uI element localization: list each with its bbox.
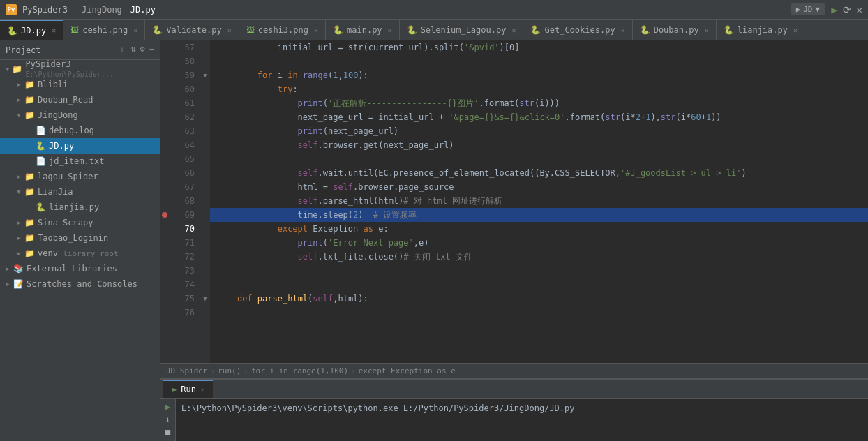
sidebar-item-debug-log[interactable]: 📄 debug.log bbox=[0, 123, 160, 138]
run-icon: ▶ bbox=[796, 5, 801, 14]
sidebar-header: Project ＋ ⇅ ⚙ − bbox=[0, 40, 160, 60]
code-line-65 bbox=[210, 152, 868, 166]
line-61: 61 bbox=[169, 96, 195, 110]
file-icon-debuglog: 📄 bbox=[35, 126, 46, 135]
tab-close-selenium[interactable]: ✕ bbox=[511, 27, 516, 34]
run-down-button[interactable]: ↓ bbox=[165, 414, 170, 424]
fold-59[interactable]: ▼ bbox=[200, 68, 210, 82]
tab-close-main[interactable]: ✕ bbox=[388, 27, 392, 34]
breadcrumb-sep-2: › bbox=[244, 366, 248, 375]
run-play-button[interactable]: ▶ bbox=[165, 402, 170, 412]
run-button[interactable]: ▶ bbox=[831, 4, 837, 15]
tab-close-jdpy[interactable]: ✕ bbox=[52, 27, 56, 34]
py-icon-3: 🐍 bbox=[333, 25, 343, 35]
breadcrumb-part-3: for i in range(1,100) bbox=[251, 366, 348, 375]
tab-lianjia[interactable]: 🐍 lianjia.py ✕ bbox=[717, 20, 805, 40]
breadcrumb-part-2: run() bbox=[218, 366, 241, 375]
refresh-button[interactable]: ⟳ bbox=[843, 4, 851, 15]
fold-75[interactable]: ▼ bbox=[200, 292, 210, 306]
sidebar-item-lianjia-py[interactable]: 🐍 lianjia.py bbox=[0, 200, 160, 215]
settings-icon[interactable]: ⚙ bbox=[140, 44, 145, 56]
sidebar-project-label: Project bbox=[6, 45, 114, 55]
tab-bar: 🐍 JD.py ✕ 🖼 ceshi.png ✕ 🐍 Validate.py ✕ … bbox=[0, 20, 868, 40]
sidebar-label-lagou: lagou_Spider bbox=[38, 172, 98, 181]
py-icon-7: 🐍 bbox=[724, 25, 734, 35]
title-tab-jdpy[interactable]: JD.py bbox=[130, 5, 156, 15]
arrow-icon-douban: ▶ bbox=[14, 96, 24, 103]
code-content[interactable]: initial_url = str(current_url).split('&p… bbox=[210, 40, 868, 363]
folder-icon-blibli: 📁 bbox=[24, 80, 35, 89]
close-button[interactable]: ✕ bbox=[857, 4, 862, 15]
run-config[interactable]: ▶ JD ▼ bbox=[791, 3, 826, 15]
sidebar-item-lianjia[interactable]: ▼ 📁 LianJia bbox=[0, 184, 160, 200]
sidebar-label-blibli: Blibli bbox=[38, 80, 68, 89]
tab-main[interactable]: 🐍 main.py ✕ bbox=[326, 20, 400, 40]
minimize-icon[interactable]: − bbox=[149, 44, 154, 56]
line-64: 64 bbox=[169, 138, 195, 152]
tab-close-getcookies[interactable]: ✕ bbox=[621, 27, 625, 34]
sidebar-item-douban-read[interactable]: ▶ 📁 Douban_Read bbox=[0, 92, 160, 107]
line-72: 72 bbox=[169, 250, 195, 264]
folder-icon-taobao: 📁 bbox=[24, 233, 35, 243]
tab-ceshi-png[interactable]: 🖼 ceshi.png ✕ bbox=[63, 20, 145, 40]
sidebar-item-jingdong[interactable]: ▼ 📁 JingDong bbox=[0, 107, 160, 123]
tab-selenium[interactable]: 🐍 Selenium_Lagou.py ✕ bbox=[400, 20, 524, 40]
sidebar-item-lagou[interactable]: ▶ 📁 lagou_Spider bbox=[0, 169, 160, 184]
sidebar-label-jd-py: JD.py bbox=[49, 141, 74, 151]
tab-label-selenium: Selenium_Lagou.py bbox=[421, 25, 507, 35]
sidebar-label-debug-log: debug.log bbox=[49, 126, 94, 135]
sync-icon[interactable]: ⇅ bbox=[130, 44, 135, 56]
code-line-72: self.txt_file.close()# 关闭 txt 文件 bbox=[210, 250, 868, 264]
tab-run[interactable]: ▶ Run ✕ bbox=[163, 380, 213, 398]
code-line-67: html = self.browser.page_source bbox=[210, 180, 868, 194]
add-icon[interactable]: ＋ bbox=[118, 44, 126, 56]
code-line-70: except Exception as e: bbox=[210, 222, 868, 236]
sidebar-item-external-libs[interactable]: ▶ 📚 External Libraries bbox=[0, 261, 160, 276]
sidebar-label-douban-read: Douban_Read bbox=[38, 95, 93, 105]
sidebar-item-jd-txt[interactable]: 📄 jd_item.txt bbox=[0, 154, 160, 169]
sidebar-item-sina[interactable]: ▶ 📁 Sina_Scrapy bbox=[0, 215, 160, 230]
breadcrumb-sep-3: › bbox=[351, 366, 356, 375]
sidebar-label-pyspider3: PySpider3 E:\Python\PySpider... bbox=[25, 60, 157, 79]
tab-validate[interactable]: 🐍 Validate.py ✕ bbox=[145, 20, 239, 40]
sidebar-item-jd-py[interactable]: 🐍 JD.py bbox=[0, 138, 160, 154]
arrow-icon-lianjia: ▼ bbox=[14, 188, 24, 195]
bottom-content: E:\Python\PySpider3\venv\Scripts\python.… bbox=[176, 399, 868, 441]
py-file-icon: 🐍 bbox=[35, 141, 46, 151]
breakpoint-gutter bbox=[160, 40, 169, 363]
line-69: 69 bbox=[169, 208, 195, 222]
line-71: 71 bbox=[169, 236, 195, 250]
title-tab-jingdong[interactable]: JingDong bbox=[82, 5, 122, 15]
breadcrumb-sep-1: › bbox=[211, 366, 216, 375]
folder-icon-jingdong: 📁 bbox=[24, 110, 35, 120]
breadcrumb-part-1: JD_Spider bbox=[166, 366, 208, 375]
py-icon-6: 🐍 bbox=[640, 25, 650, 35]
tab-douban[interactable]: 🐍 Douban.py ✕ bbox=[633, 20, 717, 40]
breadcrumb-bar: JD_Spider › run() › for i in range(1,100… bbox=[160, 363, 868, 378]
tab-ceshi3[interactable]: 🖼 ceshi3.png ✕ bbox=[239, 20, 326, 40]
line-68: 68 bbox=[169, 194, 195, 208]
sidebar-item-scratches[interactable]: ▶ 📝 Scratches and Consoles bbox=[0, 276, 160, 292]
sidebar-item-taobao[interactable]: ▶ 📁 Taobao_Loginin bbox=[0, 230, 160, 246]
tab-jdpy[interactable]: 🐍 JD.py ✕ bbox=[0, 20, 63, 40]
tab-getcookies[interactable]: 🐍 Get_Cookies.py ✕ bbox=[523, 20, 632, 40]
code-line-75: def parse_html(self,html): bbox=[210, 292, 868, 306]
arrow-icon-taobao: ▶ bbox=[14, 234, 24, 241]
tab-close-lianjia[interactable]: ✕ bbox=[793, 27, 798, 34]
run-output-line: E:\Python\PySpider3\venv\Scripts\python.… bbox=[181, 402, 862, 414]
run-tab-close[interactable]: ✕ bbox=[200, 386, 204, 394]
run-stop-button[interactable]: ■ bbox=[165, 427, 170, 437]
tab-close-douban[interactable]: ✕ bbox=[705, 27, 709, 34]
tab-close-validate[interactable]: ✕ bbox=[227, 27, 232, 34]
sidebar-item-pyspider3[interactable]: ▼ 📁 PySpider3 E:\Python\PySpider... bbox=[0, 61, 160, 77]
sidebar-item-blibli[interactable]: ▶ 📁 Blibli bbox=[0, 77, 160, 92]
tab-close-ceshi[interactable]: ✕ bbox=[133, 27, 137, 34]
line-63: 63 bbox=[169, 124, 195, 138]
line-67: 67 bbox=[169, 180, 195, 194]
arrow-icon-ext: ▶ bbox=[3, 265, 13, 272]
folder-icon-sina: 📁 bbox=[24, 218, 35, 227]
sidebar-item-venv[interactable]: ▶ 📁 venv library root bbox=[0, 246, 160, 261]
code-line-61: print('正在解析----------------{}图片'.format(… bbox=[210, 96, 868, 110]
tab-close-ceshi3[interactable]: ✕ bbox=[314, 27, 318, 34]
line-58: 58 bbox=[169, 54, 195, 68]
